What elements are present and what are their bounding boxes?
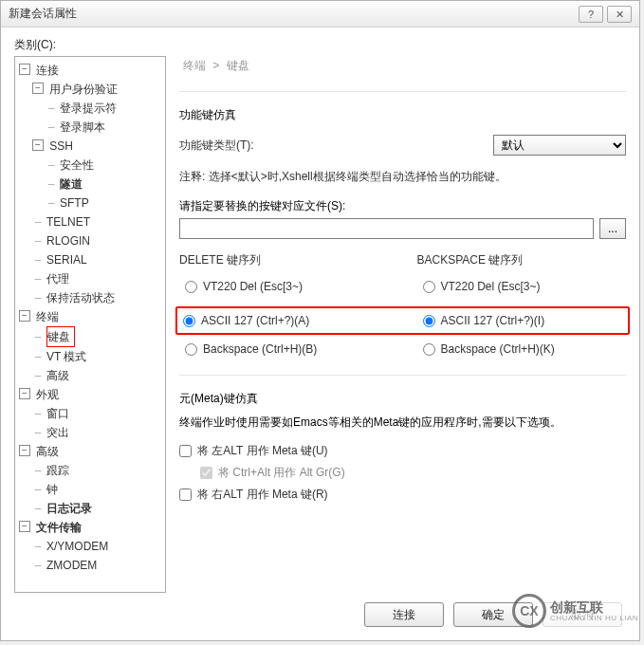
settings-panel: 终端 > 键盘 功能键仿真 功能键类型(T): 默认 注释: 选择<默认>时,X…	[179, 56, 626, 593]
tree-toggle[interactable]: −	[32, 139, 44, 151]
meta-right-alt-row[interactable]: 将 右ALT 用作 Meta 键(R)	[179, 484, 626, 506]
tree-item-trace[interactable]: 跟踪	[46, 464, 69, 477]
delete-opt-backspace[interactable]: Backspace (Ctrl+H)(B)	[179, 339, 389, 359]
tree-leaf-icon: –	[32, 423, 44, 442]
tree-leaf-icon: –	[46, 156, 57, 175]
watermark-brand: 创新互联	[550, 600, 638, 614]
tree-leaf-icon: –	[46, 118, 57, 137]
breadcrumb-root: 终端	[183, 59, 206, 72]
delete-group-title: DELETE 键序列	[179, 252, 389, 268]
backspace-radio-vt220[interactable]	[423, 281, 435, 293]
tree-toggle[interactable]: −	[32, 83, 44, 94]
tree-leaf-icon: –	[32, 250, 44, 269]
tree-item-proxy[interactable]: 代理	[46, 272, 69, 286]
tree-item-ssh[interactable]: SSH	[49, 139, 73, 153]
meta-left-alt-checkbox[interactable]	[179, 445, 192, 457]
tree-item-vt-mode[interactable]: VT 模式	[46, 350, 86, 363]
tree-item-connection[interactable]: 连接	[36, 64, 59, 77]
tree-leaf-icon: –	[32, 347, 44, 366]
tree-item-appearance[interactable]: 外观	[36, 388, 59, 401]
tree-toggle[interactable]: −	[19, 64, 30, 75]
tree-item-terminal[interactable]: 终端	[36, 310, 59, 323]
fn-note: 注释: 选择<默认>时,Xshell根据终端类型自动选择恰当的功能键。	[179, 169, 626, 185]
tree-item-serial[interactable]: SERIAL	[46, 253, 87, 267]
backspace-opt-vt220[interactable]: VT220 Del (Esc[3~)	[417, 276, 627, 297]
meta-right-alt-checkbox[interactable]	[179, 488, 192, 501]
tree-leaf-icon: –	[32, 404, 44, 423]
close-button[interactable]: ✕	[607, 6, 632, 23]
tree-item-sftp[interactable]: SFTP	[60, 196, 89, 210]
tree-leaf-icon: –	[46, 175, 57, 194]
breadcrumb-current: 键盘	[227, 59, 249, 72]
tree-item-zmodem[interactable]: ZMODEM	[46, 559, 97, 572]
titlebar: 新建会话属性 ? ✕	[1, 1, 639, 28]
tree-item-advanced-group[interactable]: 高级	[36, 445, 59, 458]
help-button[interactable]: ?	[579, 6, 603, 23]
highlighted-selection: ASCII 127 (Ctrl+?)(A) ASCII 127 (Ctrl+?)…	[175, 306, 630, 335]
watermark: CX 创新互联 CHUANG XIN HU LIAN	[512, 594, 638, 628]
tree-item-highlight[interactable]: 突出	[46, 426, 69, 439]
dialog-title: 新建会话属性	[9, 6, 575, 22]
connect-button[interactable]: 连接	[364, 602, 444, 627]
meta-left-alt-row[interactable]: 将 左ALT 用作 Meta 键(U)	[179, 440, 626, 462]
tree-item-login-prompt[interactable]: 登录提示符	[60, 101, 117, 115]
tree-item-telnet[interactable]: TELNET	[46, 215, 90, 229]
tree-item-auth[interactable]: 用户身份验证	[49, 83, 118, 96]
tree-leaf-icon: –	[32, 499, 44, 518]
fn-type-select[interactable]: 默认	[493, 135, 626, 156]
tree-item-file-transfer[interactable]: 文件传输	[36, 521, 82, 534]
backspace-radio-ascii127[interactable]	[423, 315, 435, 327]
tree-leaf-icon: –	[32, 461, 44, 480]
tree-toggle[interactable]: −	[19, 310, 30, 322]
mapfile-input[interactable]	[179, 218, 594, 239]
tree-item-xymodem[interactable]: X/YMODEM	[46, 540, 108, 553]
breadcrumb: 终端 > 键盘	[179, 58, 626, 83]
tree-item-rlogin[interactable]: RLOGIN	[46, 234, 90, 248]
backspace-radio-backspace[interactable]	[423, 343, 435, 356]
tree-item-keyboard[interactable]: 键盘	[46, 326, 75, 347]
tree-leaf-icon: –	[46, 194, 57, 212]
mapfile-label: 请指定要替换的按键对应文件(S):	[179, 198, 626, 214]
meta-title: 元(Meta)键仿真	[179, 391, 626, 407]
meta-ctrl-alt-row[interactable]: 将 Ctrl+Alt 用作 Alt Gr(G)	[179, 462, 626, 484]
tree-item-tunnel[interactable]: 隧道	[60, 177, 83, 191]
delete-radio-vt220[interactable]	[185, 281, 197, 293]
tree-item-advanced[interactable]: 高级	[46, 369, 69, 382]
backspace-opt-ascii127[interactable]: ASCII 127 (Ctrl+?)(I)	[417, 310, 629, 331]
watermark-logo-icon: CX	[512, 594, 546, 628]
tree-leaf-icon: –	[32, 231, 44, 250]
delete-opt-ascii127[interactable]: ASCII 127 (Ctrl+?)(A)	[177, 310, 389, 331]
tree-leaf-icon: –	[32, 288, 44, 307]
tree-leaf-icon: –	[32, 269, 44, 288]
tree-leaf-icon: –	[32, 212, 44, 231]
browse-button[interactable]: ...	[599, 218, 626, 239]
tree-leaf-icon: –	[32, 537, 44, 556]
tree-item-logging[interactable]: 日志记录	[46, 502, 92, 515]
tree-item-window[interactable]: 窗口	[46, 407, 69, 420]
fn-type-label: 功能键类型(T):	[179, 138, 265, 154]
delete-radio-ascii127[interactable]	[183, 315, 195, 327]
backspace-opt-backspace[interactable]: Backspace (Ctrl+H)(K)	[417, 339, 627, 359]
tree-item-keepalive[interactable]: 保持活动状态	[46, 291, 115, 304]
watermark-sub: CHUANG XIN HU LIAN	[550, 614, 638, 622]
tree-item-bell[interactable]: 钟	[46, 483, 58, 496]
meta-ctrl-alt-checkbox[interactable]	[200, 467, 212, 479]
category-tree[interactable]: − 连接 − 用户身份验证 –登录提示符 –登录脚本	[14, 56, 166, 593]
tree-item-security[interactable]: 安全性	[60, 158, 94, 172]
breadcrumb-sep: >	[212, 59, 219, 72]
tree-toggle[interactable]: −	[19, 521, 30, 532]
meta-description: 终端作业时使用需要如Emacs等相关的Meta键的应用程序时,需要以下选项。	[179, 415, 626, 431]
tree-toggle[interactable]: −	[19, 445, 30, 456]
dialog-content: 类别(C): − 连接 − 用户身份验证 –登录提示符	[1, 28, 639, 640]
tree-leaf-icon: –	[32, 327, 44, 346]
tree-leaf-icon: –	[32, 366, 44, 385]
tree-item-login-script[interactable]: 登录脚本	[60, 120, 105, 134]
tree-leaf-icon: –	[46, 99, 57, 118]
tree-toggle[interactable]: −	[19, 388, 30, 399]
tree-leaf-icon: –	[32, 556, 44, 575]
tree-leaf-icon: –	[32, 480, 44, 499]
delete-opt-vt220[interactable]: VT220 Del (Esc[3~)	[179, 276, 389, 297]
category-label: 类别(C):	[14, 37, 626, 53]
delete-radio-backspace[interactable]	[185, 343, 197, 356]
fn-emulation-title: 功能键仿真	[179, 107, 626, 123]
